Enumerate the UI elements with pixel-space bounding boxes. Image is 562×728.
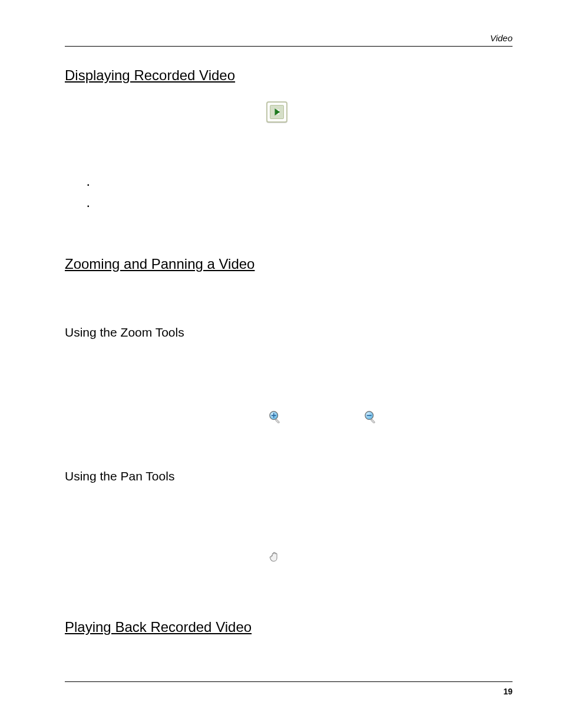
- zoom-out-icon: [364, 410, 377, 423]
- heading-playing-back-recorded-video: Playing Back Recorded Video: [65, 619, 513, 635]
- zoom-icons-row: [65, 410, 513, 434]
- recorded-video-play-icon: [266, 101, 287, 123]
- subheading-zoom-tools: Using the Zoom Tools: [65, 325, 513, 340]
- pan-hand-icon: [267, 548, 283, 564]
- running-header: Video: [490, 33, 513, 43]
- content-area: Displaying Recorded Video Zooming and Pa…: [65, 67, 513, 653]
- list-item: [100, 199, 513, 220]
- heading-zooming-panning: Zooming and Panning a Video: [65, 256, 513, 272]
- recorded-video-instruction-row: [65, 101, 513, 178]
- svg-rect-3: [275, 419, 280, 423]
- subheading-pan-tools: Using the Pan Tools: [65, 469, 513, 483]
- pan-icon-row: [65, 548, 513, 572]
- play-icon-triangle: [275, 108, 280, 116]
- recorded-video-bullet-list: [65, 178, 513, 220]
- play-icon-frame: [270, 105, 284, 119]
- header-rule: [65, 46, 513, 47]
- svg-rect-6: [371, 419, 375, 423]
- page: Video Displaying Recorded Video Zooming …: [0, 0, 562, 728]
- zoom-in-icon: [269, 410, 282, 423]
- page-number: 19: [503, 687, 513, 696]
- heading-displaying-recorded-video: Displaying Recorded Video: [65, 67, 513, 84]
- footer-rule: [65, 681, 513, 682]
- list-item: [100, 178, 513, 199]
